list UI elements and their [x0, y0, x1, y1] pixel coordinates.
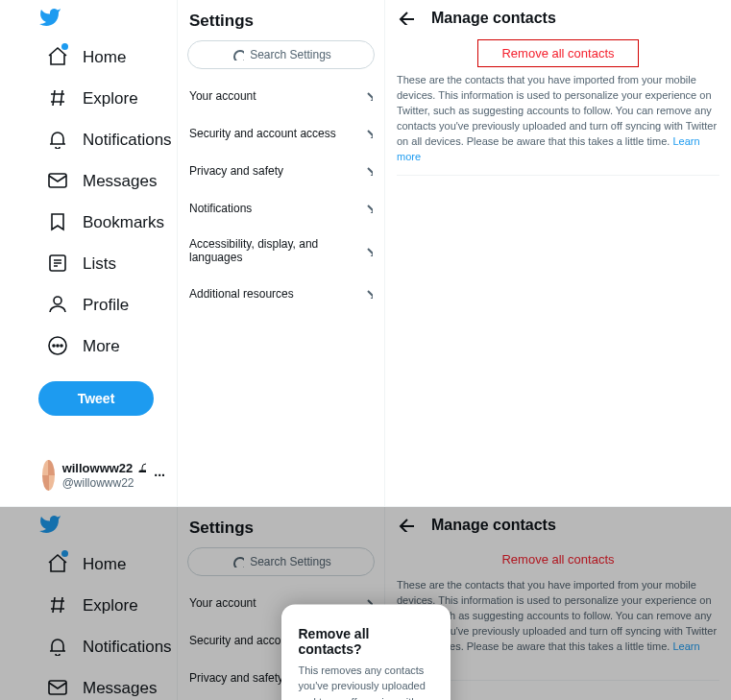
screenshot-step-2: Home Explore Notifications Messages Book… — [0, 507, 731, 700]
nav-item-bookmarks[interactable]: Bookmarks — [38, 203, 169, 242]
settings-title: Settings — [178, 515, 384, 547]
settings-column: Settings Search Settings Your account Se… — [177, 0, 384, 506]
remove-all-contacts-button[interactable]: Remove all contacts — [477, 39, 638, 67]
sidebar: Home Explore Notifications Messages Book… — [0, 0, 177, 506]
chevron-right-icon — [359, 285, 373, 302]
avatar — [42, 460, 55, 491]
nav-item-messages[interactable]: Messages — [38, 161, 169, 201]
nav-item-home[interactable]: Home — [38, 37, 169, 77]
nav-item-profile[interactable]: Profile — [38, 285, 169, 325]
primary-nav: Home Explore Notifications Messages Book… — [38, 544, 169, 700]
nav-item-label: Home — [83, 555, 126, 574]
detail-column: Manage contacts Remove all contacts Thes… — [384, 0, 731, 506]
search-icon — [231, 554, 244, 570]
settings-item[interactable]: Notifications — [178, 189, 384, 227]
bell-icon — [46, 128, 67, 152]
nav-item-label: Home — [83, 48, 126, 67]
twitter-logo[interactable] — [38, 513, 169, 539]
nav-item-label: Notifications — [83, 131, 172, 150]
envelope-icon — [46, 676, 67, 700]
more-circle-icon — [46, 334, 67, 358]
primary-nav: Home Explore Notifications Messages Book… — [38, 37, 169, 366]
chevron-right-icon — [359, 87, 373, 104]
description-text: These are the contacts that you have imp… — [397, 73, 719, 176]
settings-title: Settings — [178, 8, 384, 40]
screenshot-step-1: Home Explore Notifications Messages Book… — [0, 0, 731, 507]
settings-item[interactable]: Additional resources — [178, 275, 384, 312]
search-placeholder: Search Settings — [250, 48, 331, 61]
settings-item-label: Security and account access — [189, 127, 336, 140]
settings-item-label: Accessibility, display, and languages — [189, 237, 359, 264]
dialog-title: Remove all contacts? — [299, 625, 433, 656]
sidebar: Home Explore Notifications Messages Book… — [0, 507, 177, 700]
nav-item-label: Messages — [83, 679, 157, 698]
person-icon — [46, 293, 67, 317]
nav-item-home[interactable]: Home — [38, 544, 169, 584]
account-switcher[interactable]: willowww22 @willowww22 ··· — [38, 454, 169, 496]
back-button[interactable] — [397, 515, 414, 535]
search-input[interactable]: Search Settings — [187, 547, 375, 576]
back-button[interactable] — [397, 8, 414, 28]
settings-item[interactable]: Your account — [178, 77, 384, 114]
dialog-body: This removes any contacts you've previou… — [299, 662, 433, 700]
nav-item-more[interactable]: More — [38, 326, 169, 366]
chevron-right-icon — [359, 243, 373, 259]
hash-icon — [46, 593, 67, 617]
nav-item-messages[interactable]: Messages — [38, 668, 169, 700]
list-icon — [46, 252, 67, 276]
settings-item-label: Your account — [189, 596, 256, 610]
lock-icon — [134, 461, 146, 476]
search-placeholder: Search Settings — [250, 555, 331, 568]
nav-item-explore[interactable]: Explore — [38, 79, 169, 118]
remove-contacts-dialog: Remove all contacts? This removes any co… — [281, 604, 451, 700]
nav-item-notifications[interactable]: Notifications — [38, 627, 169, 666]
nav-item-label: Explore — [83, 89, 138, 109]
nav-item-label: Lists — [83, 254, 116, 274]
bookmark-icon — [46, 210, 67, 234]
settings-item[interactable]: Security and account access — [178, 114, 384, 152]
nav-item-label: Notifications — [83, 638, 172, 657]
search-icon — [231, 47, 244, 63]
nav-item-notifications[interactable]: Notifications — [38, 120, 169, 159]
envelope-icon — [46, 169, 67, 193]
nav-item-label: Bookmarks — [83, 213, 164, 232]
nav-item-label: Profile — [83, 296, 129, 315]
nav-item-label: More — [83, 337, 120, 356]
chevron-right-icon — [359, 162, 373, 179]
tweet-button[interactable]: Tweet — [38, 381, 154, 416]
hash-icon — [46, 86, 67, 110]
settings-item-label: Notifications — [189, 202, 252, 215]
settings-item[interactable]: Accessibility, display, and languages — [178, 227, 384, 275]
bell-icon — [46, 635, 67, 659]
nav-item-label: Explore — [83, 596, 138, 616]
settings-item-label: Additional resources — [189, 287, 294, 301]
settings-item-label: Privacy and safety — [189, 164, 283, 178]
nav-item-lists[interactable]: Lists — [38, 244, 169, 283]
settings-item-label: Your account — [189, 89, 256, 103]
account-name: willowww22 — [62, 461, 147, 476]
search-input[interactable]: Search Settings — [187, 40, 375, 69]
chevron-right-icon — [359, 200, 373, 216]
unread-dot — [61, 43, 68, 50]
twitter-logo[interactable] — [38, 6, 169, 32]
settings-item-label: Privacy and safety — [189, 671, 283, 685]
remove-all-contacts-button[interactable]: Remove all contacts — [478, 546, 637, 572]
unread-dot — [61, 550, 68, 557]
nav-item-explore[interactable]: Explore — [38, 586, 169, 625]
nav-item-label: Messages — [83, 172, 157, 191]
page-title: Manage contacts — [431, 10, 556, 27]
page-title: Manage contacts — [431, 517, 556, 534]
settings-item[interactable]: Privacy and safety — [178, 152, 384, 189]
chevron-right-icon — [359, 125, 373, 141]
more-icon[interactable]: ··· — [154, 468, 165, 483]
account-handle: @willowww22 — [62, 476, 147, 490]
